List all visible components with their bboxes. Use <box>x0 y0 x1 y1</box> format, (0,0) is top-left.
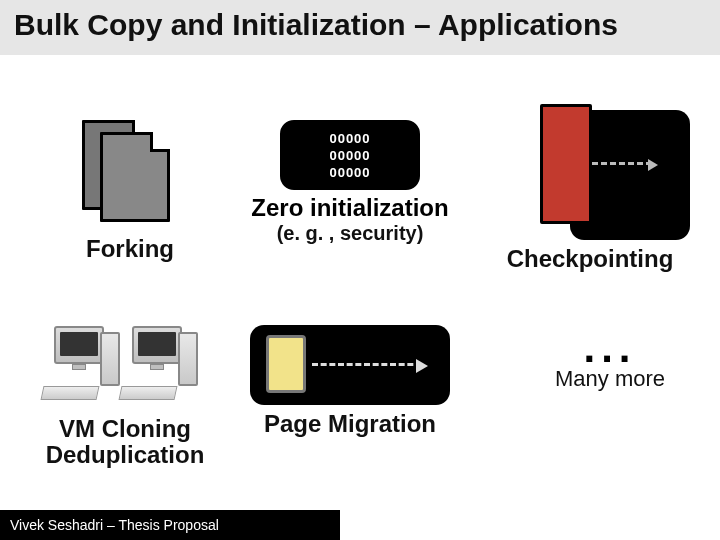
many-more-cell: ... Many more <box>520 335 700 392</box>
vm-cloning-icon <box>40 320 210 410</box>
page-icon <box>266 335 306 393</box>
slide-title: Bulk Copy and Initialization – Applicati… <box>14 8 706 43</box>
checkpointing-cell: Checkpointing <box>480 110 700 272</box>
ellipsis-icon: ... <box>520 335 700 360</box>
vm-cell: VM Cloning Deduplication <box>20 320 230 469</box>
vm-label-2: Deduplication <box>20 442 230 468</box>
page-front-icon <box>100 132 170 222</box>
page-migration-cell: Page Migration <box>240 325 460 437</box>
page-migration-label: Page Migration <box>240 411 460 437</box>
arrow-icon <box>312 363 422 366</box>
footer-text: Vivek Seshadri – Thesis Proposal <box>10 517 219 533</box>
computer-icon <box>40 326 120 406</box>
forking-cell: Forking <box>30 120 230 262</box>
arrow-icon <box>592 162 652 165</box>
computer-icon <box>118 326 198 406</box>
checkpointing-label: Checkpointing <box>480 246 700 272</box>
zero-init-cell: 00000 00000 00000 Zero initialization (e… <box>235 120 465 245</box>
zero-line-1: 00000 <box>329 148 370 163</box>
slide: Bulk Copy and Initialization – Applicati… <box>0 0 720 540</box>
title-band: Bulk Copy and Initialization – Applicati… <box>0 0 720 55</box>
page-migration-icon <box>250 325 450 405</box>
content-area: Forking 00000 00000 00000 Zero initializ… <box>0 110 720 500</box>
many-more-label: Many more <box>520 366 700 392</box>
vm-label-1: VM Cloning <box>20 416 230 442</box>
zero-init-sub: (e. g. , security) <box>235 222 465 245</box>
checkpointing-icon <box>490 110 690 240</box>
forking-icon <box>70 120 190 230</box>
zero-line-0: 00000 <box>329 131 370 146</box>
footer-bar: Vivek Seshadri – Thesis Proposal <box>0 510 340 540</box>
zero-line-2: 00000 <box>329 165 370 180</box>
zero-box-icon: 00000 00000 00000 <box>280 120 420 190</box>
zero-init-label: Zero initialization <box>235 194 465 222</box>
forking-label: Forking <box>30 236 230 262</box>
